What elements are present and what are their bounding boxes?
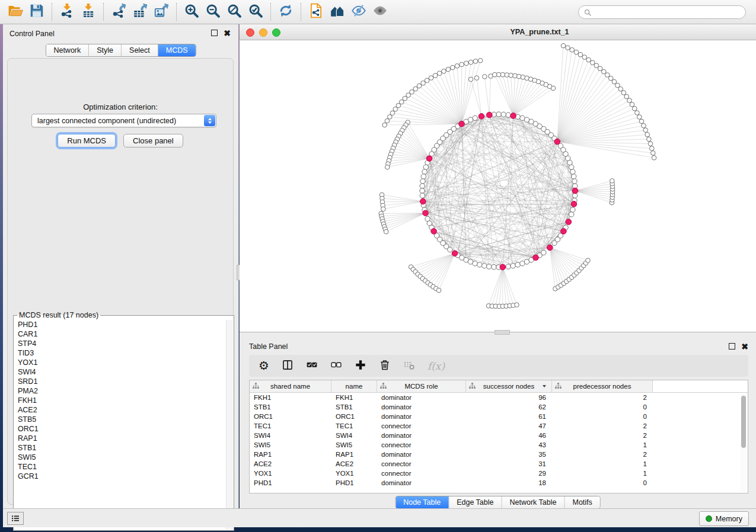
save-session-button[interactable] — [26, 1, 47, 23]
show-columns-button[interactable] — [282, 359, 294, 373]
mcds-result-item[interactable]: ORC1 — [18, 424, 234, 434]
tab-mcds[interactable]: MCDS — [158, 44, 196, 56]
mcds-result-item[interactable]: SRD1 — [18, 377, 234, 386]
cell-name: YOX1 — [331, 470, 377, 477]
mcds-result-item[interactable]: FKH1 — [18, 396, 234, 405]
close-panel-button[interactable]: Close panel — [123, 134, 183, 148]
new-network-from-selection-button[interactable] — [305, 1, 327, 23]
cell-successor-nodes: 61 — [466, 413, 552, 420]
column-header-shared-name[interactable]: shared name — [250, 380, 331, 392]
memory-button[interactable]: Memory — [699, 511, 749, 526]
toolbar-separator — [176, 3, 177, 21]
network-overview-button[interactable] — [327, 1, 348, 23]
deselect-all-rows-button[interactable] — [330, 359, 342, 373]
mcds-result-item[interactable]: YOX1 — [18, 358, 234, 367]
mcds-result-item[interactable]: PMA2 — [18, 386, 234, 396]
table-row[interactable]: ORC1ORC1dominator610 — [250, 412, 748, 421]
zoom-out-button[interactable] — [202, 1, 224, 23]
mcds-result-item[interactable]: STB1 — [18, 443, 234, 453]
table-row[interactable]: RAP1RAP1dominator352 — [250, 450, 748, 459]
zoom-selected-button[interactable] — [245, 1, 266, 23]
control-panel-title: Control Panel — [9, 30, 55, 38]
table-row[interactable]: FKH1FKH1dominator962 — [250, 393, 748, 402]
network-canvas[interactable] — [240, 40, 756, 332]
tab-style[interactable]: Style — [89, 44, 122, 56]
float-panel-icon[interactable] — [211, 30, 218, 36]
optimization-criterion-select[interactable]: largest connected component (undirected) — [31, 114, 216, 127]
table-row[interactable]: TEC1TEC1connector472 — [250, 421, 748, 431]
mcds-result-item[interactable]: STP4 — [18, 339, 234, 348]
cell-shared-name: FKH1 — [250, 394, 331, 401]
mcds-result-item[interactable]: RAP1 — [18, 434, 234, 443]
mcds-result-item[interactable]: STB5 — [18, 415, 234, 424]
search-box[interactable] — [578, 5, 746, 19]
mcds-panel: Optimization criterion: largest connecte… — [7, 58, 234, 505]
table-row[interactable]: SWI4SWI4dominator462 — [250, 431, 748, 440]
table-scrollbar[interactable] — [741, 393, 747, 492]
mcds-result-item[interactable]: PHD1 — [18, 320, 234, 329]
open-session-button[interactable] — [5, 1, 26, 23]
float-panel-icon[interactable] — [729, 343, 735, 350]
cell-MCDS-role: dominator — [377, 432, 466, 439]
gear-icon: ⚙ — [259, 360, 269, 372]
cell-shared-name: TEC1 — [250, 422, 331, 430]
tab-motifs[interactable]: Motifs — [564, 496, 599, 508]
search-input[interactable] — [594, 8, 741, 17]
tab-edge-table[interactable]: Edge Table — [449, 496, 502, 508]
table-row[interactable]: PHD1PHD1dominator180 — [250, 478, 748, 488]
close-panel-icon[interactable]: ✖ — [741, 344, 748, 350]
search-icon — [583, 8, 592, 17]
close-panel-icon[interactable]: ✖ — [224, 30, 231, 36]
maximize-window-icon[interactable] — [272, 28, 280, 37]
cell-predecessor-nodes: 0 — [552, 413, 653, 420]
mcds-result-item[interactable]: SWI4 — [18, 367, 234, 377]
import-table-button[interactable] — [78, 1, 99, 23]
delete-table-button — [403, 359, 415, 373]
import-network-button[interactable] — [56, 1, 78, 23]
table-row[interactable]: ACE2ACE2connector311 — [250, 459, 748, 469]
mcds-result-item[interactable]: ACE2 — [18, 405, 234, 415]
run-mcds-button[interactable]: Run MCDS — [58, 134, 116, 148]
status-bar: Memory — [3, 508, 756, 527]
task-history-button[interactable] — [7, 512, 24, 525]
tab-network-table[interactable]: Network Table — [502, 496, 565, 508]
show-graphics-details-button[interactable] — [369, 1, 391, 23]
cell-predecessor-nodes: 2 — [552, 422, 653, 430]
export-network-button[interactable] — [108, 1, 129, 23]
horizontal-splitter-handle[interactable] — [495, 330, 510, 335]
tab-network[interactable]: Network — [46, 44, 89, 56]
table-row[interactable]: YOX1YOX1connector291 — [250, 469, 748, 478]
create-column-button[interactable] — [355, 359, 366, 373]
close-window-icon[interactable] — [246, 28, 254, 37]
apply-preferred-layout-button[interactable] — [275, 1, 296, 23]
export-table-button[interactable] — [129, 1, 151, 23]
minimize-window-icon[interactable] — [259, 28, 267, 37]
zoom-in-button[interactable] — [181, 1, 202, 23]
cell-shared-name: SWI4 — [250, 432, 331, 439]
mcds-result-item[interactable]: SWI5 — [18, 453, 234, 462]
select-all-rows-button[interactable] — [306, 359, 318, 373]
table-row[interactable]: STB1STB1dominator620 — [250, 402, 748, 412]
result-scrollbar[interactable] — [226, 320, 233, 530]
cell-predecessor-nodes: 1 — [552, 460, 653, 467]
delete-columns-button[interactable] — [379, 359, 391, 373]
mcds-result-item[interactable]: CAR1 — [18, 329, 234, 339]
column-header-successor-nodes[interactable]: successor nodes — [466, 380, 552, 392]
mcds-result-item[interactable]: GCR1 — [18, 472, 234, 481]
column-header-MCDS-role[interactable]: MCDS role — [377, 380, 466, 392]
hide-graphics-details-button[interactable] — [348, 1, 369, 23]
column-header-predecessor-nodes[interactable]: predecessor nodes — [552, 380, 653, 392]
tab-select[interactable]: Select — [122, 44, 158, 56]
column-header-name[interactable]: name — [331, 380, 377, 392]
mcds-result-item[interactable]: TEC1 — [18, 462, 234, 472]
zoom-fit-button[interactable] — [224, 1, 245, 23]
table-row[interactable]: SWI5SWI5connector431 — [250, 440, 748, 450]
table-scrollbar-thumb[interactable] — [741, 396, 746, 448]
folder-open-icon — [8, 3, 23, 21]
tab-node-table[interactable]: Node Table — [395, 496, 449, 508]
network-window-titlebar[interactable]: YPA_prune.txt_1 — [240, 24, 756, 40]
optimization-criterion-value: largest connected component (undirected) — [37, 117, 176, 125]
table-mode-button[interactable]: ⚙ — [259, 359, 269, 373]
export-image-button[interactable] — [151, 1, 172, 23]
mcds-result-item[interactable]: TID3 — [18, 348, 234, 358]
